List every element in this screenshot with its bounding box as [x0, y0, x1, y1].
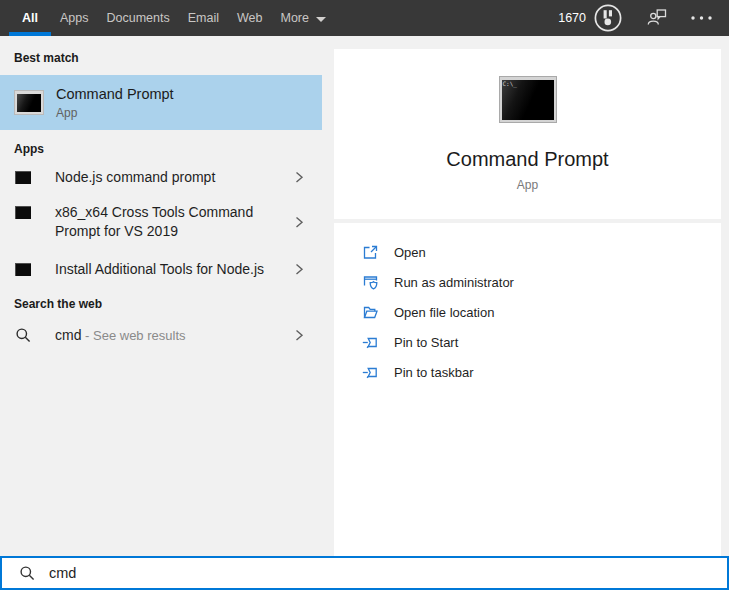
terminal-icon — [15, 206, 31, 219]
web-query-text: cmd — [55, 327, 81, 343]
result-web-search[interactable]: cmd - See web results — [0, 317, 322, 353]
tab-all[interactable]: All — [9, 0, 51, 36]
best-match-subtitle: App — [56, 106, 174, 120]
open-icon — [362, 244, 379, 261]
action-pin-to-taskbar[interactable]: Pin to taskbar — [362, 357, 721, 387]
search-filter-bar: All Apps Documents Email Web More 1670 — [0, 0, 729, 36]
command-prompt-icon-large: C:\_ — [499, 76, 557, 123]
pin-icon — [362, 364, 379, 381]
rewards-medal-icon[interactable] — [593, 3, 623, 33]
search-icon — [15, 327, 32, 344]
apps-section-header: Apps — [14, 142, 322, 156]
windows-search-flyout: All Apps Documents Email Web More 1670 — [0, 0, 729, 590]
preview-panel: C:\_ Command Prompt App Open — [334, 49, 721, 556]
more-options-icon[interactable] — [690, 15, 714, 21]
action-pin-to-start[interactable]: Pin to Start — [362, 327, 721, 357]
best-match-result[interactable]: Command Prompt App — [0, 75, 322, 130]
preview-header: C:\_ Command Prompt App — [334, 49, 721, 219]
shield-admin-icon — [362, 274, 379, 291]
chevron-right-icon[interactable] — [295, 216, 304, 229]
tab-web[interactable]: Web — [228, 0, 271, 36]
preview-subtitle: App — [517, 178, 538, 192]
tab-documents[interactable]: Documents — [97, 0, 178, 36]
tab-apps[interactable]: Apps — [51, 0, 98, 36]
tab-email[interactable]: Email — [179, 0, 228, 36]
action-run-as-administrator[interactable]: Run as administrator — [362, 267, 721, 297]
search-results-panel: Best match Command Prompt App Apps Node.… — [0, 36, 322, 556]
terminal-icon — [15, 171, 31, 184]
result-nodejs-command-prompt[interactable]: Node.js command prompt — [0, 160, 322, 195]
chevron-right-icon[interactable] — [295, 171, 304, 184]
action-list: Open Run as administrator — [334, 223, 721, 387]
feedback-icon[interactable] — [647, 8, 668, 28]
filter-tabs: All Apps Documents Email Web More — [0, 0, 335, 36]
search-the-web-header: Search the web — [14, 297, 322, 311]
search-box — [0, 556, 729, 590]
best-match-title: Command Prompt — [56, 86, 174, 103]
tab-more[interactable]: More — [271, 0, 334, 36]
preview-title: Command Prompt — [446, 148, 608, 171]
folder-location-icon — [362, 304, 379, 321]
search-icon — [19, 565, 36, 582]
chevron-right-icon[interactable] — [295, 263, 304, 276]
action-open-file-location[interactable]: Open file location — [362, 297, 721, 327]
command-prompt-icon — [14, 90, 44, 115]
best-match-header: Best match — [14, 51, 322, 65]
web-suffix-text: - See web results — [81, 328, 185, 343]
search-input[interactable] — [49, 558, 727, 588]
result-x86-x64-cross-tools[interactable]: x86_x64 Cross Tools Command Prompt for V… — [0, 195, 322, 249]
result-install-additional-tools[interactable]: Install Additional Tools for Node.js — [0, 252, 322, 287]
chevron-down-icon — [316, 17, 326, 22]
rewards-points-count: 1670 — [558, 11, 586, 25]
pin-icon — [362, 334, 379, 351]
chevron-right-icon[interactable] — [295, 329, 304, 342]
topbar-right-cluster: 1670 — [558, 0, 729, 36]
action-open[interactable]: Open — [362, 237, 721, 267]
terminal-icon — [15, 263, 31, 276]
